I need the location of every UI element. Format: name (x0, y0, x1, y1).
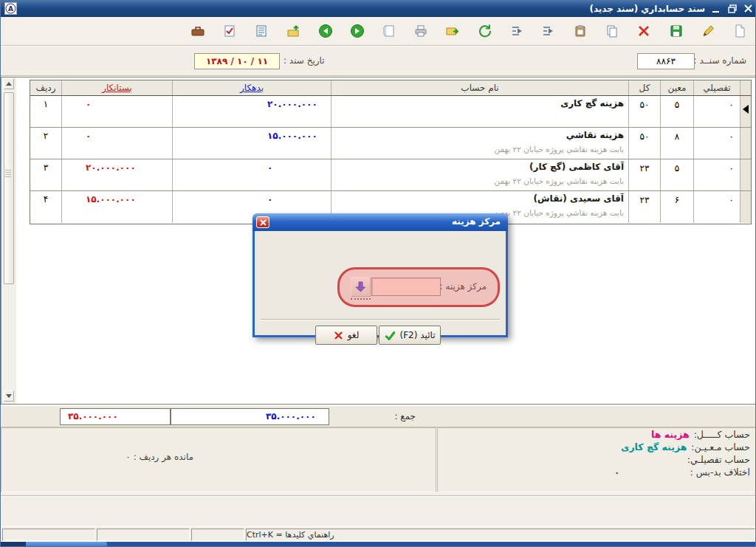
insert-row-icon[interactable] (509, 23, 525, 39)
account-name: هزينه نقاشي (331, 128, 628, 140)
export-icon[interactable] (444, 23, 461, 39)
save-icon[interactable] (668, 23, 684, 39)
doc-date-field[interactable]: ۱۳۸۹ / ۱۰ / ۱۱ (194, 53, 280, 69)
paste-icon[interactable] (572, 23, 588, 39)
minimize-button[interactable] (709, 3, 722, 14)
table-row[interactable]: ۱ ٠ ۲۰.۰۰۰.۰۰۰ هزينه گچ كاری ۵۰ ۵ ٠ (30, 96, 751, 128)
account-name: آقای كاظمی (گچ كار) (331, 159, 628, 172)
grid-header-row: رديف بستانكار بدهكار نام حساب كل معين تف… (30, 80, 751, 96)
arrow-down-icon (356, 281, 365, 292)
kol-account-value: هزينه ها (651, 429, 690, 440)
briefcase-icon[interactable] (190, 23, 206, 39)
focus-dots (351, 298, 371, 300)
account-name: آقای سعيدی (نقاش) (331, 191, 628, 204)
account-summary-panel: حساب كـــــل:هزينه ها حساب مـعـيـن:هزينه… (437, 427, 756, 492)
col-header-kol[interactable]: كل (628, 80, 660, 95)
moin-account-label: حساب مـعـيـن: (691, 441, 750, 453)
close-icon (744, 4, 752, 13)
app-logo-icon: A (4, 2, 17, 15)
window-title: سند حسابداري (سند جديد) (589, 4, 705, 14)
scroll-down-button[interactable] (4, 391, 14, 402)
close-icon (260, 219, 267, 226)
divider (1, 495, 756, 497)
nav-back-icon[interactable] (317, 23, 334, 39)
col-header-radif[interactable]: رديف (30, 80, 61, 95)
dialog-close-button[interactable] (256, 216, 269, 228)
dialog-title: مركز هزينه (452, 216, 501, 227)
dialog-title-bar: مركز هزينه (252, 213, 508, 231)
print-icon[interactable] (413, 23, 429, 39)
arrow-up-icon (6, 82, 12, 86)
preview-icon[interactable] (381, 23, 397, 39)
cancel-button[interactable]: لغو (315, 326, 377, 345)
row-selector[interactable] (740, 159, 751, 190)
dialog-separator (261, 319, 500, 320)
col-header-bestankar[interactable]: بستانكار (61, 80, 172, 95)
col-header-tafsili[interactable]: تفصيلي (693, 80, 740, 95)
col-header-name[interactable]: نام حساب (331, 80, 628, 95)
cost-center-input[interactable] (371, 278, 441, 296)
close-button[interactable] (742, 3, 755, 14)
status-help-segment: راهنماي كليدها = Ctrl+K (246, 529, 755, 541)
debit-total: ۳۵.۰۰۰.۰۰۰ (171, 408, 329, 425)
folder-upload-icon[interactable] (286, 23, 302, 39)
row-balance-value: ٠ (126, 452, 130, 462)
list-icon[interactable] (253, 23, 269, 39)
col-header-bedehkar[interactable]: بدهكار (172, 80, 331, 95)
copy-icon[interactable] (604, 23, 620, 39)
scrollbar-grip-icon (5, 170, 11, 178)
delete-icon[interactable] (636, 23, 652, 39)
diff-value: ٠ (614, 467, 620, 478)
credit-total: ۳۵.۰۰۰.۰۰۰ (60, 408, 171, 425)
totals-label: جمع : (370, 411, 416, 422)
arrow-down-icon (6, 394, 12, 398)
col-header-selector (740, 80, 751, 95)
table-row[interactable]: ۳ ۲۰.۰۰۰.۰۰۰ ٠ آقای كاظمی (گچ كار)بابت ه… (30, 159, 751, 191)
status-segment (2, 529, 95, 541)
kol-account-label: حساب كـــــل: (694, 429, 750, 440)
tasks-icon[interactable] (221, 23, 238, 39)
refresh-icon[interactable] (477, 23, 493, 39)
cost-center-lookup-button[interactable] (351, 277, 371, 297)
status-segment (191, 529, 244, 541)
svg-text:A: A (8, 5, 13, 13)
cost-center-dialog: مركز هزينه مركز هزينه : لغو تائيد (F2) (252, 213, 508, 337)
confirm-button[interactable]: تائيد (F2) (379, 326, 441, 345)
tafsili-account-label: حساب تفصيلـي: (687, 454, 750, 465)
diff-label: اختلاف بد-بس : (690, 467, 750, 478)
status-bar: راهنماي كليدها = Ctrl+K (1, 526, 756, 542)
confirm-check-icon (385, 331, 396, 340)
main-toolbar (1, 17, 756, 46)
account-name: هزينه گچ كاری (331, 96, 628, 109)
taskbar-edge (1, 542, 756, 547)
help-shortcut-text: راهنماي كليدها = Ctrl+K (247, 530, 334, 540)
confirm-button-label: تائيد (F2) (400, 330, 436, 340)
table-row[interactable]: ۲ ٠ ۱۵.۰۰۰.۰۰۰ هزينه نقاشيبابت هزينه نقا… (30, 128, 751, 159)
doc-number-label: شماره سنــد : (694, 55, 746, 66)
title-bar: A سند حسابداري (سند جديد) (1, 1, 756, 17)
row-selector[interactable] (740, 191, 751, 223)
cancel-button-label: لغو (348, 330, 360, 340)
row-selector[interactable] (740, 96, 751, 127)
doc-number-field[interactable]: ۸۸۶۳ (637, 53, 695, 69)
scroll-up-button[interactable] (4, 78, 14, 89)
status-segment (97, 529, 190, 541)
edit-pencil-icon[interactable] (700, 23, 716, 39)
moin-account-value: هزينه گچ كاری (621, 441, 687, 453)
document-header-bar: شماره سنــد : ۸۸۶۳ تاريخ سند : ۱۳۸۹ / ۱۰… (1, 46, 756, 76)
journal-grid: رديف بستانكار بدهكار نام حساب كل معين تف… (30, 80, 752, 224)
current-row-marker-icon (743, 105, 749, 114)
scrollbar-thumb[interactable] (4, 92, 14, 284)
append-row-icon[interactable] (540, 23, 557, 39)
restore-icon (728, 4, 737, 13)
new-document-icon[interactable] (732, 23, 748, 39)
nav-forward-icon[interactable] (349, 23, 365, 39)
col-header-moin[interactable]: معين (660, 80, 693, 95)
doc-date-label: تاريخ سند : (284, 55, 325, 66)
row-description: بابت هزينه نقاشي پروژه خيابان ۲۲ بهمن (336, 145, 624, 154)
cancel-x-icon (334, 331, 343, 340)
restore-button[interactable] (726, 3, 738, 14)
row-selector[interactable] (740, 128, 751, 159)
totals-bar: ۳۵.۰۰۰.۰۰۰ ۳۵.۰۰۰.۰۰۰ جمع : (1, 405, 756, 427)
vertical-scrollbar[interactable] (3, 78, 15, 403)
